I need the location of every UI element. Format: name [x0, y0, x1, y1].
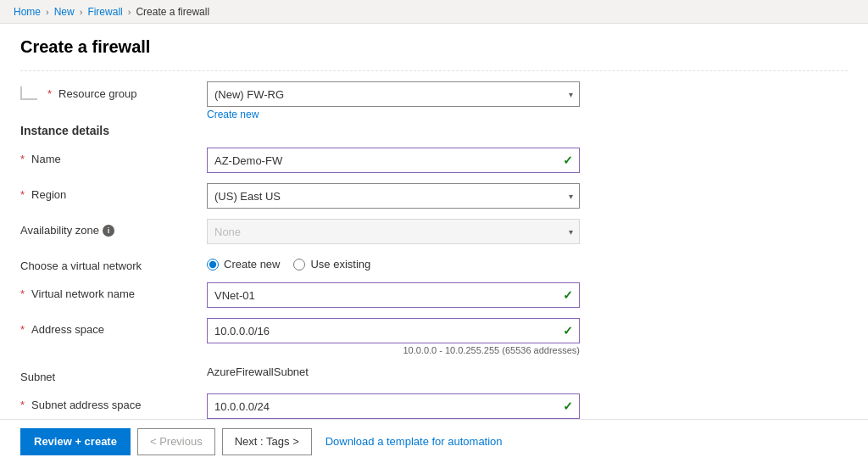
availability-zone-label-wrap: Availability zone i — [20, 219, 207, 237]
name-label-wrap: * Name — [20, 148, 207, 165]
virtual-network-label: Choose a virtual network — [20, 259, 142, 272]
indent-line — [20, 86, 37, 100]
radio-input-use-existing[interactable] — [293, 259, 305, 271]
subnet-address-input-wrap: ✓ — [207, 393, 580, 419]
divider-top — [20, 70, 848, 71]
create-new-link[interactable]: Create new — [207, 109, 259, 120]
check-icon-name: ✓ — [563, 153, 573, 167]
breadcrumb-bar: Home › New › Firewall › Create a firewal… — [0, 0, 868, 24]
region-select-wrap: (US) East US (US) West US ▾ — [207, 183, 580, 209]
info-icon-az[interactable]: i — [103, 225, 114, 237]
breadcrumb-new[interactable]: New — [54, 6, 75, 18]
required-star-region: * — [20, 188, 25, 201]
vnet-name-label: Virtual network name — [31, 287, 135, 300]
radio-create-new[interactable]: Create new — [207, 258, 280, 271]
required-star-vnet: * — [20, 287, 25, 300]
main-content: Create a firewall * Resource group (New)… — [0, 24, 868, 419]
vnet-name-control-wrap: ✓ — [207, 282, 580, 308]
address-space-input[interactable] — [207, 318, 580, 343]
breadcrumb-firewall[interactable]: Firewall — [87, 6, 122, 18]
resource-group-label: Resource group — [58, 87, 137, 100]
virtual-network-radio-group: Create new Use existing — [207, 254, 580, 271]
page-title: Create a firewall — [20, 37, 848, 57]
resource-group-control-wrap: (New) FW-RG ▾ Create new — [207, 81, 580, 120]
resource-group-select-wrap: (New) FW-RG ▾ — [207, 81, 580, 107]
region-control-wrap: (US) East US (US) West US ▾ — [207, 183, 580, 209]
availability-zone-select-wrap: None ▾ — [207, 219, 580, 244]
region-label: Region — [31, 188, 66, 201]
name-input[interactable] — [207, 148, 580, 173]
required-star-address: * — [20, 323, 25, 336]
virtual-network-row: Choose a virtual network Create new Use … — [20, 254, 848, 272]
radio-label-use-existing: Use existing — [310, 258, 370, 271]
subnet-value-wrap: AzureFirewallSubnet — [207, 365, 580, 378]
vnet-name-label-wrap: * Virtual network name — [20, 282, 207, 300]
region-row: * Region (US) East US (US) West US ▾ — [20, 183, 848, 209]
create-new-wrap: Create new — [207, 107, 580, 120]
name-control-wrap: ✓ — [207, 148, 580, 173]
subnet-address-label-wrap: * Subnet address space — [20, 393, 207, 411]
subnet-value: AzureFirewallSubnet — [207, 360, 309, 378]
address-space-row: * Address space ✓ 10.0.0.0 - 10.0.255.25… — [20, 318, 848, 355]
virtual-network-control-wrap: Create new Use existing — [207, 254, 580, 271]
availability-zone-control-wrap: None ▾ — [207, 219, 580, 244]
region-select[interactable]: (US) East US (US) West US — [207, 183, 580, 209]
address-space-label: Address space — [31, 323, 104, 336]
radio-label-create-new: Create new — [224, 258, 280, 271]
subnet-label-wrap: Subnet — [20, 365, 207, 383]
review-create-button[interactable]: Review + create — [20, 428, 131, 455]
breadcrumb-current: Create a firewall — [136, 6, 209, 18]
radio-input-create-new[interactable] — [207, 259, 219, 271]
next-button[interactable]: Next : Tags > — [222, 428, 312, 455]
breadcrumb-home[interactable]: Home — [14, 6, 41, 18]
availability-zone-label: Availability zone — [20, 224, 99, 237]
automation-link[interactable]: Download a template for automation — [326, 435, 503, 448]
breadcrumb-sep-3: › — [128, 7, 131, 17]
subnet-address-control-wrap: ✓ 10.0.0.0 - 10.0.0.255 (256 addresses) — [207, 393, 580, 419]
resource-group-select[interactable]: (New) FW-RG — [207, 81, 580, 107]
check-icon-subnet-addr: ✓ — [563, 399, 573, 413]
radio-use-existing[interactable]: Use existing — [293, 258, 370, 271]
subnet-address-row: * Subnet address space ✓ 10.0.0.0 - 10.0… — [20, 393, 848, 419]
resource-group-label-wrap: * Resource group — [20, 81, 207, 100]
action-bar: Review + create < Previous Next : Tags >… — [0, 419, 868, 463]
subnet-label: Subnet — [20, 371, 55, 383]
subnet-address-input[interactable] — [207, 393, 580, 419]
check-icon-vnet: ✓ — [563, 288, 573, 302]
resource-group-row: * Resource group (New) FW-RG ▾ Create ne… — [20, 81, 848, 120]
required-star-rg: * — [47, 87, 52, 100]
subnet-row: Subnet AzureFirewallSubnet — [20, 365, 848, 383]
vnet-name-input[interactable] — [207, 282, 580, 308]
region-label-wrap: * Region — [20, 183, 207, 201]
address-space-label-wrap: * Address space — [20, 318, 207, 336]
availability-zone-select[interactable]: None — [207, 219, 580, 244]
vnet-name-row: * Virtual network name ✓ — [20, 282, 848, 308]
address-space-control-wrap: ✓ 10.0.0.0 - 10.0.255.255 (65536 address… — [207, 318, 580, 355]
vnet-name-input-wrap: ✓ — [207, 282, 580, 308]
address-space-input-wrap: ✓ — [207, 318, 580, 343]
address-space-hint: 10.0.0.0 - 10.0.255.255 (65536 addresses… — [207, 345, 580, 355]
instance-details-title: Instance details — [20, 124, 848, 137]
breadcrumb-sep-1: › — [46, 7, 49, 17]
check-icon-address: ✓ — [563, 324, 573, 337]
breadcrumb-sep-2: › — [80, 7, 83, 17]
name-input-wrap: ✓ — [207, 148, 580, 173]
availability-zone-row: Availability zone i None ▾ — [20, 219, 848, 244]
name-row: * Name ✓ — [20, 148, 848, 173]
name-label: Name — [31, 153, 61, 165]
subnet-address-label: Subnet address space — [31, 399, 141, 411]
virtual-network-label-wrap: Choose a virtual network — [20, 254, 207, 272]
previous-button[interactable]: < Previous — [137, 428, 215, 455]
required-star-subnet-addr: * — [20, 399, 25, 411]
required-star-name: * — [20, 153, 25, 165]
